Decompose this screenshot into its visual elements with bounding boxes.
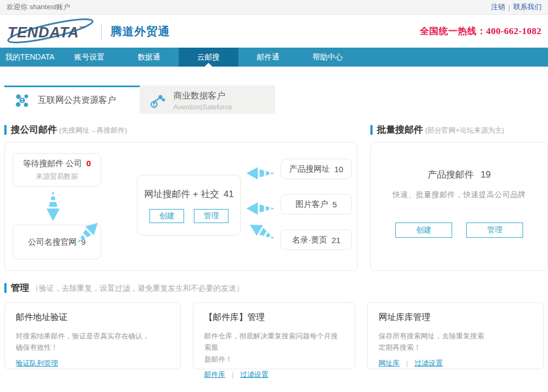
box-count: 0 xyxy=(86,159,90,168)
card-title: 【邮件库】管理 xyxy=(204,312,344,323)
section-title: 管理 xyxy=(11,282,29,294)
directory-yellowpages-box: 名录·黄页21 xyxy=(280,230,352,250)
nav-item-help-center[interactable]: 帮助中心 xyxy=(298,48,357,67)
manage-button[interactable]: 管理 xyxy=(194,209,229,223)
section-subtitle: (部分官网+论坛来源为主) xyxy=(425,126,504,135)
top-utility-bar: 欢迎你 shantest账户 注销 | 联系我们 xyxy=(0,0,548,15)
flow-arrow-down-icon xyxy=(44,191,62,221)
panel-title: 产品搜邮件 xyxy=(428,169,474,180)
flow-arrow-left-icon xyxy=(246,165,275,182)
section-bar xyxy=(370,125,373,135)
header: TENDATA ™ 腾道外贸通 全国统一热线：400-662-1082 xyxy=(0,15,548,48)
section-title: 批量搜邮件 xyxy=(377,123,423,136)
box-label: 图片客户 xyxy=(296,199,328,210)
nav-item-cloud-mail-search[interactable]: 云邮搜 xyxy=(179,48,238,67)
logout-link[interactable]: 注销 xyxy=(491,2,505,12)
box-count: 41 xyxy=(224,189,234,199)
tab-business-data-customers[interactable]: 商业数据客户 Avention|Saleforce xyxy=(140,86,275,114)
box-label: 名录·黄页 xyxy=(292,235,327,245)
welcome-text: 欢迎你 shantest账户 xyxy=(6,2,70,12)
nav-item-data-pass[interactable]: 数据通 xyxy=(119,48,179,67)
flow-arrow-upleft-icon xyxy=(245,217,278,246)
tab-bar: 互联网公共资源客户 商业数据客户 Avention|Saleforce xyxy=(4,86,544,114)
manage-section: 管理 （验证，去除重复，设置过滤，避免重复发生和不必要的发送） 邮件地址验证 对… xyxy=(0,282,548,369)
box-label: 网址搜邮件 + 社交 xyxy=(144,189,219,199)
manage-header: 管理 （验证，去除重复，设置过滤，避免重复发生和不必要的发送） xyxy=(4,282,544,295)
network-users-icon xyxy=(14,93,30,109)
batch-search-panel: 产品搜邮件 19 快速、批量搜邮件，快速提高公司品牌 创建 管理 xyxy=(370,142,548,271)
brand-divider xyxy=(101,23,102,40)
link-separator: | xyxy=(508,3,510,11)
section-bar xyxy=(4,283,6,293)
main-nav: 我的TENDATA 账号设置 数据通 云邮搜 邮件通 帮助中心 xyxy=(0,48,548,67)
box-count: 5 xyxy=(332,200,337,209)
tab-label: 商业数据客户 xyxy=(173,90,232,102)
card-title: 网址库库管理 xyxy=(379,312,532,323)
url-library-link[interactable]: 网址库 xyxy=(379,359,400,367)
image-customers-box: 图片客户5 xyxy=(280,194,352,214)
search-company-mail-header: 搜公司邮件 (先搜网址→再搜邮件) xyxy=(4,123,357,136)
link-separator: | xyxy=(232,370,233,378)
url-search-mail-box: 网址搜邮件 + 社交41 创建 管理 xyxy=(137,175,241,236)
tab-sublabel: Avention|Saleforce xyxy=(173,103,232,111)
section-subtitle: （验证，去除重复，设置过滤，避免重复发生和不必要的发送） xyxy=(31,284,244,293)
panel-description: 快速、批量搜邮件，快速提高公司品牌 xyxy=(371,190,547,200)
share-nodes-icon xyxy=(149,93,166,109)
card-title: 邮件地址验证 xyxy=(16,312,169,323)
product-name: 腾道外贸通 xyxy=(110,24,170,39)
hotline-text: 全国统一热线：400-662-1082 xyxy=(420,25,542,37)
create-button[interactable]: 创建 xyxy=(149,209,184,223)
tendata-logo[interactable]: TENDATA ™ xyxy=(6,19,90,43)
batch-search-mail-header: 批量搜邮件 (部分官网+论坛来源为主) xyxy=(370,123,548,136)
manage-button[interactable]: 管理 xyxy=(466,223,523,238)
search-flow-panel: 等待搜邮件 公司0 来源贸易数据 公司名搜官网9 网址搜邮件 + 社交41 xyxy=(4,142,357,271)
contact-us-link[interactable]: 联系我们 xyxy=(513,2,542,12)
box-count: 10 xyxy=(334,165,343,174)
filter-settings-link[interactable]: 过滤设置 xyxy=(240,370,268,378)
waiting-companies-box: 等待搜邮件 公司0 来源贸易数据 xyxy=(12,153,101,187)
box-source-note: 来源贸易数据 xyxy=(36,172,78,181)
box-label: 产品搜网址 xyxy=(289,164,330,174)
flow-arrow-left-icon xyxy=(246,200,275,217)
link-separator: | xyxy=(406,359,408,367)
section-bar xyxy=(4,125,6,135)
email-verification-card: 邮件地址验证 对搜索结果邮件，验证是否真实存在确认， 确保有效性！ 验证队列管理 xyxy=(4,302,181,369)
mail-library-link[interactable]: 邮件库 xyxy=(204,370,225,378)
filter-settings-link[interactable]: 过滤设置 xyxy=(414,359,442,367)
section-title: 搜公司邮件 xyxy=(11,123,57,136)
nav-item-account-settings[interactable]: 账号设置 xyxy=(60,48,119,67)
card-description: 保存所有搜索网址，去除重复搜索 定期再搜索！ xyxy=(379,330,532,354)
logo-trademark: ™ xyxy=(79,25,85,31)
nav-item-mail-pass[interactable]: 邮件通 xyxy=(238,48,298,67)
logo-text: TENDATA xyxy=(8,22,79,43)
card-description: 邮件仓库，彻底解决重复搜索问题每个月搜索最 新邮件！ xyxy=(204,330,344,365)
mail-library-manage-card: 【邮件库】管理 邮件仓库，彻底解决重复搜索问题每个月搜索最 新邮件！ 邮件库|过… xyxy=(193,302,355,369)
nav-item-my-tendata[interactable]: 我的TENDATA xyxy=(0,48,60,67)
url-library-manage-card: 网址库库管理 保存所有搜索网址，去除重复搜索 定期再搜索！ 网址库|过滤设置 xyxy=(367,302,544,369)
box-count: 21 xyxy=(331,236,341,245)
box-label: 等待搜邮件 公司 xyxy=(23,159,82,168)
tab-internet-public-customers[interactable]: 互联网公共资源客户 xyxy=(4,86,140,114)
tab-label: 互联网公共资源客户 xyxy=(38,95,116,106)
create-button[interactable]: 创建 xyxy=(395,223,452,238)
box-label: 公司名搜官网 xyxy=(28,237,77,246)
verify-queue-manage-link[interactable]: 验证队列管理 xyxy=(16,359,58,367)
panel-count: 19 xyxy=(480,169,491,180)
product-search-url-box: 产品搜网址10 xyxy=(280,159,352,179)
card-description: 对搜索结果邮件，验证是否真实存在确认， 确保有效性！ xyxy=(16,330,169,354)
section-subtitle: (先搜网址→再搜邮件) xyxy=(59,126,127,135)
